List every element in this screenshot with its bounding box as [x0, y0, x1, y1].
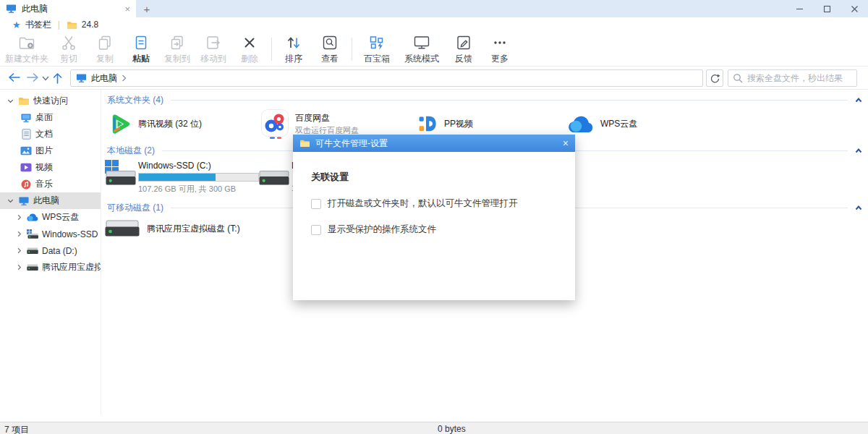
file-item-baidu-netdisk[interactable]: 百度网盘 双击运行百度网盘 — [258, 110, 412, 137]
document-icon — [20, 129, 32, 140]
capacity-bar-fill — [139, 174, 216, 181]
hard-drive-icon — [106, 170, 136, 186]
file-item-tencent-video[interactable]: 腾讯视频 (32 位) — [105, 110, 258, 137]
section-divider — [171, 100, 848, 101]
sidebar-item-videos[interactable]: 视频 — [0, 159, 101, 176]
new-folder-button[interactable]: 新建文件夹 — [3, 33, 51, 66]
sort-button[interactable]: 排序 — [276, 33, 312, 66]
new-folder-icon — [17, 33, 36, 52]
sidebar-item-wps-cloud[interactable]: WPS云盘 — [0, 209, 101, 226]
chevron-right-icon[interactable] — [14, 263, 23, 271]
dialog-close-icon[interactable]: × — [563, 138, 569, 148]
star-icon[interactable]: ★ — [12, 20, 21, 30]
forward-button[interactable] — [26, 72, 40, 83]
sidebar-item-quick-access[interactable]: 快速访问 — [0, 93, 101, 109]
sidebar-item-drive-c[interactable]: Windows-SSD (C:) — [0, 226, 101, 242]
tab-this-pc[interactable]: 此电脑 × — [0, 0, 136, 17]
move-to-button[interactable]: 移动到 — [195, 33, 231, 66]
view-button[interactable]: 查看 — [312, 33, 348, 66]
address-input[interactable]: 此电脑 — [70, 69, 703, 87]
address-bar: 此电脑 — [0, 67, 868, 90]
copy-button[interactable]: 复制 — [87, 33, 123, 66]
checkbox-show-protected[interactable] — [311, 225, 321, 235]
global-search — [728, 69, 857, 87]
system-monitor-icon — [412, 33, 431, 52]
collapse-chevron-icon[interactable] — [855, 97, 862, 103]
back-button[interactable] — [7, 72, 21, 83]
bookmark-folder-label[interactable]: 24.8 — [82, 20, 98, 30]
chevron-right-icon[interactable] — [14, 230, 23, 238]
checkbox-default-open[interactable] — [311, 199, 321, 209]
drive-item-c[interactable]: Windows-SSD (C:) 107.26 GB 可用, 共 300 GB — [105, 160, 258, 195]
titlebar: 此电脑 × + — [0, 0, 868, 17]
breadcrumb-chevron-icon[interactable] — [122, 75, 127, 82]
chevron-right-icon[interactable] — [14, 213, 23, 221]
drive-icon — [27, 262, 38, 273]
view-magnifier-icon — [320, 33, 339, 52]
copy-to-icon — [168, 33, 187, 52]
chevron-right-icon[interactable] — [14, 247, 23, 255]
system-mode-button[interactable]: 系统模式 — [398, 33, 446, 66]
chevron-down-icon[interactable] — [6, 197, 14, 205]
cut-button[interactable]: 剪切 — [51, 33, 87, 66]
paste-button[interactable]: 粘贴 — [123, 33, 159, 66]
tab-close-icon[interactable]: × — [124, 4, 130, 14]
file-item-label: WPS云盘 — [600, 118, 637, 130]
sidebar-item-drive-t[interactable]: 腾讯应用宝虚拟磁盘 (T:) — [0, 259, 101, 276]
sort-arrows-icon — [284, 33, 303, 52]
folder-icon — [67, 20, 77, 30]
monitor-icon — [76, 73, 87, 83]
dialog-titlebar[interactable]: 可牛文件管理-设置 × — [293, 135, 575, 152]
drive-capacity: 107.26 GB 可用, 共 300 GB — [138, 184, 258, 195]
copy-icon — [95, 33, 114, 52]
bookmark-separator: | — [56, 20, 62, 30]
more-dots-icon — [490, 33, 509, 52]
section-title: 系统文件夹 (4) — [107, 94, 163, 106]
more-button[interactable]: 更多 — [482, 33, 518, 66]
up-button[interactable] — [52, 72, 63, 85]
checkbox-label: 显示受保护的操作系统文件 — [328, 224, 436, 236]
feedback-button[interactable]: 反馈 — [446, 33, 482, 66]
delete-button[interactable]: 删除 — [231, 33, 268, 66]
sidebar-item-drive-d[interactable]: Data (D:) — [0, 242, 101, 259]
copy-to-button[interactable]: 复制到 — [159, 33, 195, 66]
pp-video-icon — [414, 112, 438, 135]
monitor-icon — [6, 4, 17, 14]
new-tab-button[interactable]: + — [136, 0, 158, 17]
selection-size: 0 bytes — [438, 424, 466, 434]
wps-cloud-icon — [568, 115, 594, 133]
toolbar-divider — [352, 38, 352, 61]
file-manager-window: 此电脑 × + ★ 书签栏 | 24.8 — [0, 0, 868, 434]
breadcrumb[interactable]: 此电脑 — [91, 72, 117, 85]
hard-drive-icon — [105, 220, 140, 237]
file-item-pp-video[interactable]: PP视频 — [412, 110, 565, 137]
sidebar-item-desktop[interactable]: 桌面 — [0, 109, 101, 126]
collapse-chevron-icon[interactable] — [855, 205, 862, 210]
window-controls — [786, 0, 868, 17]
sidebar-item-this-pc[interactable]: 此电脑 — [0, 192, 101, 209]
chevron-down-icon[interactable] — [6, 97, 14, 105]
toolbox-button[interactable]: 百宝箱 — [356, 33, 398, 66]
drive-label: Windows-SSD (C:) — [138, 161, 258, 171]
sidebar-item-documents[interactable]: 文档 — [0, 126, 101, 142]
videos-icon — [20, 162, 32, 174]
folder-icon — [18, 95, 30, 107]
bookmark-bar-label[interactable]: 书签栏 — [25, 19, 51, 31]
system-folders-row: 腾讯视频 (32 位) 百度网盘 双击运行百度网盘 PP视频 — [105, 106, 868, 137]
section-title: 可移动磁盘 (1) — [107, 202, 163, 214]
close-button[interactable] — [841, 0, 868, 17]
capacity-bar — [138, 173, 259, 182]
history-dropdown-icon[interactable] — [42, 76, 49, 81]
minimize-button[interactable] — [786, 0, 813, 17]
sidebar-item-pictures[interactable]: 图片 — [0, 142, 101, 159]
collapse-chevron-icon[interactable] — [855, 148, 862, 153]
maximize-button[interactable] — [813, 0, 841, 17]
section-title: 本地磁盘 (2) — [107, 145, 155, 157]
tencent-video-icon — [108, 112, 132, 136]
hard-drive-icon — [259, 170, 289, 186]
search-input[interactable] — [728, 69, 857, 87]
refresh-button[interactable] — [706, 69, 723, 87]
file-item-wps-cloud[interactable]: WPS云盘 — [565, 110, 718, 137]
drive-item-t[interactable]: 腾讯应用宝虚拟磁盘 (T:) — [105, 218, 258, 239]
sidebar-item-music[interactable]: 音乐 — [0, 176, 101, 192]
